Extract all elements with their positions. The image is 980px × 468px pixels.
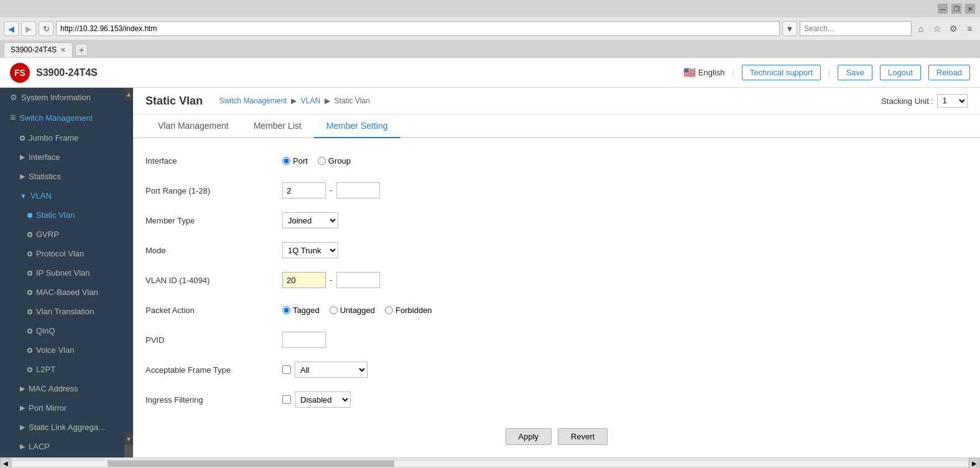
address-bar[interactable]	[56, 21, 780, 36]
sidebar-scrollbar[interactable]	[124, 445, 133, 457]
forward-button[interactable]: ▶	[21, 21, 36, 36]
revert-button[interactable]: Revert	[558, 428, 608, 445]
sidebar-item-l2pt[interactable]: L2PT	[0, 360, 133, 379]
scroll-left-button[interactable]: ◀	[0, 458, 11, 469]
packet-untagged-radio[interactable]	[330, 306, 338, 314]
sidebar-item-ip-subnet-vlan[interactable]: IP Subnet Vlan	[0, 263, 133, 283]
restore-button[interactable]: ❐	[951, 4, 961, 14]
new-tab-button[interactable]: +	[75, 44, 88, 56]
settings-icon[interactable]: ⚙	[946, 22, 960, 35]
port-range-start-input[interactable]	[282, 182, 326, 199]
sidebar-item-lacp[interactable]: ▶ LACP	[0, 437, 133, 456]
search-bar[interactable]	[800, 21, 912, 36]
scroll-right-button[interactable]: ▶	[969, 458, 980, 469]
titlebar-controls: — ❐ ✕	[938, 4, 975, 14]
interface-port-radio[interactable]	[282, 157, 290, 165]
dot-outline-l2pt	[27, 367, 32, 372]
tab-close-button[interactable]: ✕	[60, 46, 66, 54]
sidebar-item-interface[interactable]: ▶ Interface	[0, 147, 133, 167]
mode-control: 1Q Trunk Access Hybrid	[282, 242, 338, 258]
dot-outline-ip	[27, 271, 32, 276]
app-header: FS S3900-24T4S 🇺🇸 English | Technical su…	[0, 58, 980, 88]
packet-forbidden-label: Forbidden	[395, 306, 432, 315]
close-button[interactable]: ✕	[965, 4, 975, 14]
tech-support-button[interactable]: Technical support	[742, 65, 821, 80]
vlan-id-end-input[interactable]	[336, 272, 380, 288]
sidebar-item-trunk-group[interactable]: Trunk Group Load B...	[0, 456, 133, 457]
packet-tagged-option[interactable]: Tagged	[282, 306, 320, 315]
interface-control: Port Group	[282, 156, 351, 166]
sidebar-item-statistics[interactable]: ▶ Statistics	[0, 167, 133, 186]
packet-tagged-radio[interactable]	[282, 306, 290, 314]
mode-select[interactable]: 1Q Trunk Access Hybrid	[282, 242, 338, 258]
refresh-button[interactable]: ↻	[39, 21, 53, 36]
gear-icon: ⚙	[10, 93, 17, 102]
sidebar-item-vlan-translation[interactable]: Vlan Translation	[0, 302, 133, 321]
interface-row: Interface Port Group	[146, 151, 968, 171]
sidebar-scroll-up[interactable]: ▲	[124, 88, 133, 100]
sidebar-item-switch-management[interactable]: ≡ Switch Management	[0, 107, 133, 128]
ingress-filtering-select[interactable]: Disabled Enabled	[295, 391, 351, 408]
go-button[interactable]: ▼	[782, 21, 797, 36]
tab-member-list[interactable]: Member List	[241, 115, 314, 138]
scroll-thumb	[108, 461, 394, 467]
member-type-row: Member Type Joined Forbidden Excluded	[146, 210, 968, 230]
arrow-right-icon: ▶	[20, 153, 25, 161]
sidebar-item-protocol-vlan[interactable]: Protocol Vlan	[0, 244, 133, 263]
packet-untagged-label: Untagged	[340, 306, 375, 315]
menu-icon[interactable]: ≡	[963, 22, 976, 35]
interface-group-option[interactable]: Group	[318, 156, 351, 166]
packet-tagged-label: Tagged	[293, 306, 320, 315]
interface-group-radio[interactable]	[318, 157, 326, 165]
scroll-track[interactable]	[11, 460, 969, 467]
sidebar-item-gvrp[interactable]: GVRP	[0, 225, 133, 244]
ingress-filtering-row: Ingress Filtering Disabled Enabled	[146, 390, 968, 410]
apply-button[interactable]: Apply	[506, 428, 552, 445]
pvid-input[interactable]	[282, 332, 326, 348]
sidebar-label-port-mirror: Port Mirror	[29, 403, 67, 413]
tab-vlan-management[interactable]: Vlan Management	[146, 115, 241, 138]
vlan-id-start-input[interactable]	[282, 272, 326, 288]
stacking-select[interactable]: 1	[937, 94, 968, 108]
logout-button[interactable]: Logout	[880, 65, 921, 80]
browser-tab[interactable]: S3900-24T4S ✕	[4, 42, 73, 57]
star-icon[interactable]: ☆	[930, 22, 944, 35]
sidebar-item-static-vlan[interactable]: Static Vlan	[0, 205, 133, 225]
breadcrumb-switch-management[interactable]: Switch Management	[220, 96, 287, 105]
sidebar-label-mac-address: MAC Address	[29, 384, 78, 393]
dot-outline-mac	[27, 290, 32, 295]
tab-member-setting[interactable]: Member Setting	[314, 115, 400, 138]
sidebar-item-mac-based-vlan[interactable]: MAC-Based Vlan	[0, 283, 133, 302]
reload-button[interactable]: Reload	[928, 65, 970, 80]
ingress-filtering-checkbox[interactable]	[282, 395, 291, 404]
sidebar-scroll-down[interactable]: ▼	[124, 433, 133, 445]
acceptable-frame-select[interactable]: All Tagged Only Untagged Only	[295, 362, 368, 378]
acceptable-frame-checkbox[interactable]	[282, 365, 291, 374]
member-type-select[interactable]: Joined Forbidden Excluded	[282, 212, 338, 228]
home-icon[interactable]: ⌂	[914, 22, 928, 35]
sidebar-item-port-mirror[interactable]: ▶ Port Mirror	[0, 398, 133, 418]
back-button[interactable]: ◀	[4, 21, 19, 36]
member-type-control: Joined Forbidden Excluded	[282, 212, 338, 228]
packet-forbidden-option[interactable]: Forbidden	[385, 306, 432, 315]
sidebar-item-mac-address[interactable]: ▶ MAC Address	[0, 379, 133, 398]
language-selector[interactable]: 🇺🇸 English	[683, 67, 725, 78]
packet-untagged-option[interactable]: Untagged	[330, 306, 375, 315]
sidebar-item-qinq[interactable]: QinQ	[0, 321, 133, 340]
sidebar-item-voice-vlan[interactable]: Voice Vlan	[0, 340, 133, 360]
sidebar-item-jumbo-frame[interactable]: Jumbo Frame	[0, 128, 133, 147]
divider2: |	[828, 68, 830, 77]
breadcrumb-vlan[interactable]: VLAN	[301, 96, 320, 105]
sidebar-item-system-information[interactable]: ⚙ System Information	[0, 88, 133, 107]
breadcrumb: Switch Management ▶ VLAN ▶ Static Vlan	[215, 96, 370, 105]
port-range-control: -	[282, 182, 380, 199]
sidebar-item-static-link[interactable]: ▶ Static Link Aggrega...	[0, 418, 133, 437]
sidebar-item-vlan[interactable]: ▼ VLAN	[0, 186, 133, 205]
interface-port-option[interactable]: Port	[282, 156, 308, 166]
minimize-button[interactable]: —	[938, 4, 948, 14]
packet-forbidden-radio[interactable]	[385, 306, 393, 314]
save-button[interactable]: Save	[838, 65, 872, 80]
dot-outline-qinq	[27, 329, 32, 334]
divider1: |	[732, 68, 734, 77]
port-range-end-input[interactable]	[336, 182, 380, 199]
